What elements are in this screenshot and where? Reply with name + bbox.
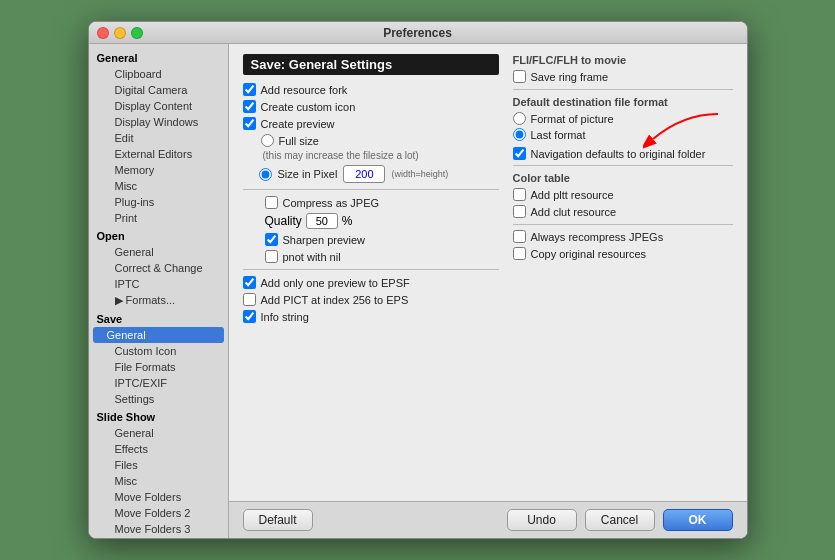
create-preview-label: Create preview (261, 118, 335, 130)
close-button[interactable] (97, 27, 109, 39)
sidebar-item-ss-misc[interactable]: Misc (89, 473, 228, 489)
dialog-buttons: Undo Cancel OK (507, 509, 733, 531)
sidebar-item-memory[interactable]: Memory (89, 162, 228, 178)
sidebar-item-clipboard[interactable]: Clipboard (89, 66, 228, 82)
quality-percent: % (342, 214, 353, 228)
sidebar-section-save: Save (89, 309, 228, 327)
add-pltt-checkbox[interactable] (513, 188, 526, 201)
sidebar-item-correct-change[interactable]: Correct & Change (89, 260, 228, 276)
settings-content: Save: General Settings Add resource fork… (229, 44, 747, 501)
add-one-preview-row: Add only one preview to EPSF (243, 276, 499, 289)
minimize-button[interactable] (114, 27, 126, 39)
bottom-bar: Default Undo Cancel OK (229, 501, 747, 538)
sidebar-section-general: General (89, 48, 228, 66)
full-size-row: Full size (261, 134, 499, 147)
copy-original-label: Copy original resources (531, 248, 647, 260)
undo-button[interactable]: Undo (507, 509, 577, 531)
add-pltt-label: Add pltt resource (531, 189, 614, 201)
add-one-preview-checkbox[interactable] (243, 276, 256, 289)
window-title: Preferences (383, 26, 452, 40)
sidebar-item-ss-effects[interactable]: Effects (89, 441, 228, 457)
add-one-preview-label: Add only one preview to EPSF (261, 277, 410, 289)
sidebar: General Clipboard Digital Camera Display… (89, 44, 229, 538)
sidebar-item-display-windows[interactable]: Display Windows (89, 114, 228, 130)
always-recompress-row: Always recompress JPEGs (513, 230, 733, 243)
always-recompress-checkbox[interactable] (513, 230, 526, 243)
sidebar-item-display-content[interactable]: Display Content (89, 98, 228, 114)
add-resource-row: Add resource fork (243, 83, 499, 96)
sidebar-item-formats[interactable]: ▶ Formats... (89, 292, 228, 309)
pnot-nil-row: pnot with nil (265, 250, 499, 263)
create-icon-label: Create custom icon (261, 101, 356, 113)
sidebar-item-ss-move-folders[interactable]: Move Folders (89, 489, 228, 505)
compress-jpeg-checkbox[interactable] (265, 196, 278, 209)
add-clut-label: Add clut resource (531, 206, 617, 218)
dest-format-label: Default destination file format (513, 96, 733, 108)
add-clut-row: Add clut resource (513, 205, 733, 218)
full-size-label: Full size (279, 135, 319, 147)
sidebar-item-ss-files[interactable]: Files (89, 457, 228, 473)
sidebar-item-ss-general[interactable]: General (89, 425, 228, 441)
default-button[interactable]: Default (243, 509, 313, 531)
window-controls (97, 27, 143, 39)
create-icon-checkbox[interactable] (243, 100, 256, 113)
sharpen-preview-checkbox[interactable] (265, 233, 278, 246)
size-pixel-input[interactable] (343, 165, 385, 183)
create-preview-row: Create preview (243, 117, 499, 130)
info-string-label: Info string (261, 311, 309, 323)
sharpen-preview-label: Sharpen preview (283, 234, 366, 246)
quality-row: Quality % (265, 213, 499, 229)
main-panel: Save: General Settings Add resource fork… (229, 44, 747, 538)
sidebar-item-plug-ins[interactable]: Plug-ins (89, 194, 228, 210)
nav-defaults-container: Navigation defaults to original folder (513, 147, 733, 160)
maximize-button[interactable] (131, 27, 143, 39)
add-clut-checkbox[interactable] (513, 205, 526, 218)
sidebar-item-file-formats[interactable]: File Formats (89, 359, 228, 375)
color-table-label: Color table (513, 172, 733, 184)
add-pltt-row: Add pltt resource (513, 188, 733, 201)
add-resource-checkbox[interactable] (243, 83, 256, 96)
add-pict-checkbox[interactable] (243, 293, 256, 306)
last-format-row: Last format (513, 128, 733, 141)
width-height-note: (width=height) (391, 169, 448, 179)
titlebar: Preferences (89, 22, 747, 44)
sidebar-item-edit[interactable]: Edit (89, 130, 228, 146)
size-pixel-radio[interactable] (259, 168, 272, 181)
sidebar-section-slideshow: Slide Show (89, 407, 228, 425)
preferences-window: Preferences General Clipboard Digital Ca… (88, 21, 748, 539)
info-string-checkbox[interactable] (243, 310, 256, 323)
sidebar-section-convert: Convert (89, 537, 228, 538)
main-content: General Clipboard Digital Camera Display… (89, 44, 747, 538)
save-ring-row: Save ring frame (513, 70, 733, 83)
sidebar-item-iptc-exif[interactable]: IPTC/EXIF (89, 375, 228, 391)
sidebar-item-save-general[interactable]: General (93, 327, 224, 343)
sidebar-item-settings[interactable]: Settings (89, 391, 228, 407)
ok-button[interactable]: OK (663, 509, 733, 531)
sidebar-item-iptc[interactable]: IPTC (89, 276, 228, 292)
full-size-radio[interactable] (261, 134, 274, 147)
sidebar-item-ss-move-folders2[interactable]: Move Folders 2 (89, 505, 228, 521)
sidebar-item-ss-move-folders3[interactable]: Move Folders 3 (89, 521, 228, 537)
format-picture-radio[interactable] (513, 112, 526, 125)
quality-input[interactable] (306, 213, 338, 229)
create-preview-checkbox[interactable] (243, 117, 256, 130)
format-picture-label: Format of picture (531, 113, 614, 125)
nav-defaults-checkbox[interactable] (513, 147, 526, 160)
nav-defaults-row: Navigation defaults to original folder (513, 147, 733, 160)
save-ring-checkbox[interactable] (513, 70, 526, 83)
sidebar-item-open-general[interactable]: General (89, 244, 228, 260)
size-pixel-row: Size in Pixel (width=height) (259, 165, 499, 183)
last-format-radio[interactable] (513, 128, 526, 141)
sidebar-item-digital-camera[interactable]: Digital Camera (89, 82, 228, 98)
pnot-nil-checkbox[interactable] (265, 250, 278, 263)
sidebar-item-print[interactable]: Print (89, 210, 228, 226)
sidebar-item-misc[interactable]: Misc (89, 178, 228, 194)
copy-original-checkbox[interactable] (513, 247, 526, 260)
sidebar-item-external-editors[interactable]: External Editors (89, 146, 228, 162)
sidebar-item-custom-icon[interactable]: Custom Icon (89, 343, 228, 359)
size-pixel-label: Size in Pixel (278, 168, 338, 180)
cancel-button[interactable]: Cancel (585, 509, 655, 531)
compress-jpeg-label: Compress as JPEG (283, 197, 380, 209)
last-format-label: Last format (531, 129, 586, 141)
add-pict-row: Add PICT at index 256 to EPS (243, 293, 499, 306)
